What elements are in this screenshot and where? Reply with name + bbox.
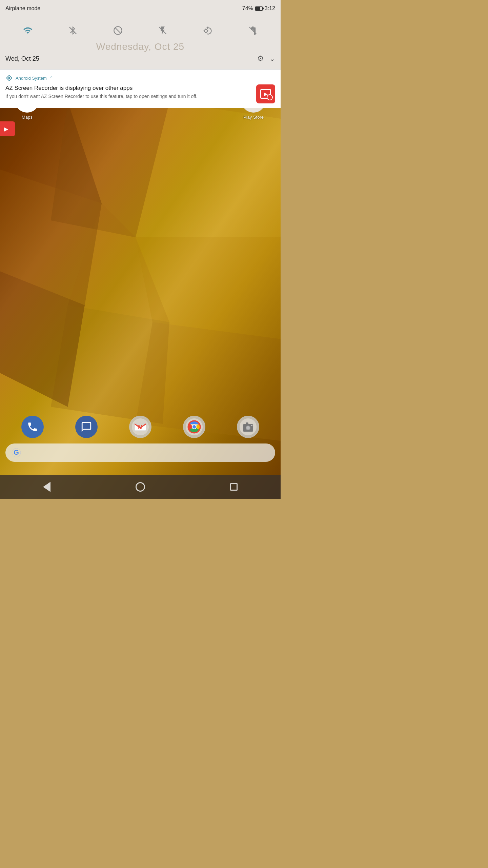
recents-square-icon (230, 483, 238, 491)
home-button[interactable] (130, 477, 150, 497)
svg-text:G: G (14, 449, 19, 456)
search-input[interactable] (26, 450, 270, 456)
az-recorder-app-icon (256, 84, 275, 103)
svg-text:M: M (138, 425, 142, 430)
chrome-dock-icon[interactable] (183, 416, 205, 438)
google-logo: G (11, 447, 22, 458)
battery-percent: 74% (242, 5, 253, 12)
airplane-mode-label: Airplane mode (5, 5, 40, 12)
watermark-date: Wednesday, Oct 25 (5, 41, 275, 53)
chevron-down-icon[interactable]: ⌄ (269, 55, 275, 63)
notification-header: Android System ⌃ (5, 74, 275, 82)
battery-icon (255, 6, 263, 11)
notification-expand-icon[interactable]: ⌃ (49, 76, 53, 81)
google-search-bar[interactable]: G (5, 443, 275, 462)
notification-panel[interactable]: Android System ⌃ AZ Screen Recorder is d… (0, 70, 281, 108)
settings-icon[interactable]: ⚙ (257, 54, 264, 63)
android-system-icon (5, 74, 13, 82)
battery-saver-toggle[interactable] (245, 23, 260, 38)
flashlight-toggle[interactable] (155, 23, 170, 38)
wifi-toggle[interactable] (20, 23, 35, 38)
quick-settings-panel: Wednesday, Oct 25 Wed, Oct 25 ⚙ ⌄ (0, 17, 281, 69)
back-arrow-icon (43, 482, 50, 492)
notification-area: Airplane mode 74% 3:12 (0, 0, 281, 108)
battery-fill (256, 7, 260, 10)
quick-icons-row (5, 20, 275, 41)
recents-button[interactable] (224, 477, 244, 497)
status-bar-right: 74% 3:12 (242, 5, 275, 12)
date-action-icons: ⚙ ⌄ (257, 54, 275, 63)
back-button[interactable] (37, 477, 57, 497)
svg-point-39 (246, 426, 250, 430)
maps-label: Maps (22, 115, 33, 120)
dock-icons-row: M (5, 416, 275, 438)
time-display: 3:12 (265, 5, 275, 12)
phone-dock-icon[interactable] (21, 416, 44, 438)
notification-source: Android System (16, 76, 47, 81)
dock-area: M (0, 416, 281, 462)
date-row: Wed, Oct 25 ⚙ ⌄ (5, 53, 275, 66)
az-icon-inner (260, 89, 271, 99)
bottom-navigation (0, 475, 281, 499)
az-recorder-floating-icon[interactable]: ▶ (0, 121, 15, 136)
messages-dock-icon[interactable] (75, 416, 98, 438)
svg-line-13 (115, 28, 120, 33)
gmail-dock-icon[interactable]: M (129, 416, 151, 438)
bluetooth-toggle[interactable] (65, 23, 80, 38)
notification-body: AZ Screen Recorder is displaying over ot… (5, 84, 275, 103)
svg-rect-40 (246, 422, 248, 425)
notification-description: If you don't want AZ Screen Recorder to … (5, 93, 252, 100)
notification-title: AZ Screen Recorder is displaying over ot… (5, 84, 252, 92)
svg-point-41 (251, 425, 252, 426)
play-store-label: Play Store (243, 115, 264, 120)
dnd-toggle[interactable] (110, 23, 125, 38)
status-bar: Airplane mode 74% 3:12 (0, 0, 281, 17)
svg-point-35 (192, 425, 196, 429)
current-date: Wed, Oct 25 (5, 55, 39, 62)
camera-dock-icon[interactable] (237, 416, 259, 438)
auto-rotate-toggle[interactable] (200, 23, 215, 38)
notification-text: AZ Screen Recorder is displaying over ot… (5, 84, 256, 100)
home-circle-icon (136, 482, 145, 492)
